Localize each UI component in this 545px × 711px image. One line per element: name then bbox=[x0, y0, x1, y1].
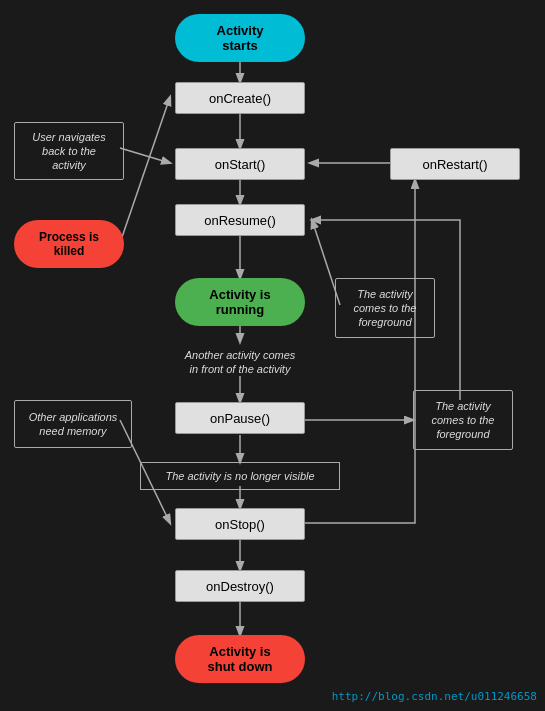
user-navigates-label: User navigates back to the activity bbox=[14, 122, 124, 180]
activity-foreground2-label: The activity comes to the foreground bbox=[413, 390, 513, 450]
on-resume-node: onResume() bbox=[175, 204, 305, 236]
process-killed-node: Activity is shut down Process is killed bbox=[14, 220, 124, 268]
on-resume-label: onResume() bbox=[204, 213, 276, 228]
activity-shutdown-label: Activity is shut down bbox=[208, 644, 273, 674]
svg-line-13 bbox=[120, 148, 170, 163]
on-stop-node: onStop() bbox=[175, 508, 305, 540]
activity-running-node: Activity is running bbox=[175, 278, 305, 326]
user-navigates-text: User navigates back to the activity bbox=[32, 130, 105, 173]
watermark: http://blog.csdn.net/u011246658 bbox=[332, 690, 537, 703]
another-activity-text: Another activity comes in front of the a… bbox=[185, 348, 296, 377]
on-pause-label: onPause() bbox=[210, 411, 270, 426]
another-activity-label: Another activity comes in front of the a… bbox=[160, 342, 320, 382]
activity-foreground1-label: The activity comes to the foreground bbox=[335, 278, 435, 338]
activity-foreground1-text: The activity comes to the foreground bbox=[354, 287, 417, 330]
activity-shutdown-node: Activity is shut down bbox=[175, 635, 305, 683]
on-start-label: onStart() bbox=[215, 157, 266, 172]
on-pause-node: onPause() bbox=[175, 402, 305, 434]
on-destroy-label: onDestroy() bbox=[206, 579, 274, 594]
no-longer-visible-label: The activity is no longer visible bbox=[140, 462, 340, 490]
on-stop-label: onStop() bbox=[215, 517, 265, 532]
on-restart-node: onRestart() bbox=[390, 148, 520, 180]
activity-starts-node: Activity starts bbox=[175, 14, 305, 62]
activity-foreground2-text: The activity comes to the foreground bbox=[432, 399, 495, 442]
on-create-label: onCreate() bbox=[209, 91, 271, 106]
on-restart-label: onRestart() bbox=[422, 157, 487, 172]
other-apps-text: Other applications need memory bbox=[29, 410, 118, 439]
other-apps-label: Other applications need memory bbox=[14, 400, 132, 448]
activity-running-label: Activity is running bbox=[209, 287, 270, 317]
on-start-node: onStart() bbox=[175, 148, 305, 180]
no-longer-visible-text: The activity is no longer visible bbox=[165, 469, 314, 483]
on-destroy-node: onDestroy() bbox=[175, 570, 305, 602]
activity-starts-label: Activity starts bbox=[217, 23, 264, 53]
svg-line-14 bbox=[120, 97, 170, 243]
process-killed-text: Process is killed bbox=[39, 230, 99, 258]
on-create-node: onCreate() bbox=[175, 82, 305, 114]
